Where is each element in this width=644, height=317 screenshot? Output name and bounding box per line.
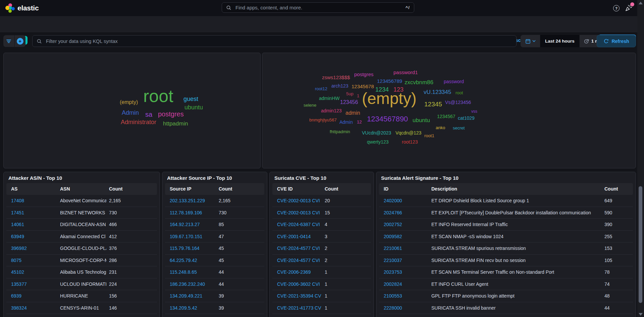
tagcloud-word[interactable]: password1 <box>393 70 418 75</box>
column-header[interactable]: Count <box>109 186 122 192</box>
tagcloud-word[interactable]: 123456789 <box>377 78 402 84</box>
table-cell[interactable]: 2210037 <box>384 258 402 263</box>
column-header[interactable]: Description <box>431 186 457 192</box>
scrollbar-thumb[interactable] <box>639 186 642 303</box>
table-cell[interactable]: CVE-2024-4577 CVI <box>277 258 320 263</box>
tagcloud-word[interactable]: guest <box>183 96 198 102</box>
refresh-button[interactable]: Refresh <box>597 35 636 47</box>
kql-filter-bar[interactable] <box>32 35 517 47</box>
page-scrollbar[interactable] <box>637 0 644 317</box>
table-cell[interactable]: 45102 <box>11 269 24 275</box>
tagcloud-word[interactable]: 5up <box>346 92 354 96</box>
tagcloud-word[interactable]: root123 <box>402 140 418 144</box>
tagcloud-word[interactable]: 1234567890 <box>367 115 408 123</box>
tagcloud-word[interactable]: 12345678 <box>352 84 374 89</box>
table-cell[interactable]: 2002752 <box>384 222 402 227</box>
table-cell[interactable]: 8075 <box>11 258 21 263</box>
global-search[interactable]: ^/ <box>222 2 414 13</box>
tagcloud-word[interactable]: sa <box>145 111 152 118</box>
table-cell[interactable]: CVE-2002-0013 CVI <box>277 210 320 215</box>
tagcloud-word[interactable]: 12 <box>357 120 362 124</box>
table-cell[interactable]: 115.248.8.65 <box>170 269 197 275</box>
scroll-down-arrow[interactable] <box>639 313 643 316</box>
global-search-input[interactable] <box>235 4 406 11</box>
tagcloud-word[interactable]: admin123 <box>321 108 342 113</box>
table-cell[interactable]: 112.78.169.106 <box>170 210 202 215</box>
tagcloud-word[interactable]: fhttpadmin <box>330 129 350 134</box>
table-cell[interactable]: 134.209.5.42 <box>170 305 197 311</box>
table-cell[interactable]: 2023753 <box>384 269 402 275</box>
tagcloud-word[interactable]: Vqcdn@123 <box>395 130 421 135</box>
tagcloud-word[interactable]: password <box>444 79 464 84</box>
table-cell[interactable]: 202.133.251.229 <box>170 198 205 203</box>
time-range-button[interactable]: Last 24 hours <box>540 35 580 47</box>
tagcloud-word[interactable]: root <box>455 91 463 95</box>
table-cell[interactable]: CVE-2006-3602 CVI <box>277 281 320 287</box>
tagcloud-word[interactable]: VUcdn@2023 <box>362 130 391 135</box>
table-cell[interactable]: 2002824 <box>384 281 402 287</box>
table-cell[interactable]: 17451 <box>11 210 24 215</box>
tagcloud-word[interactable]: secret <box>453 126 465 130</box>
table-cell[interactable]: 164.92.213.27 <box>170 222 200 227</box>
tagcloud-word[interactable]: root1 <box>424 134 434 138</box>
table-cell[interactable]: 186.236.232.240 <box>170 281 205 287</box>
column-header[interactable]: Count <box>325 186 338 192</box>
table-cell[interactable]: CVE-2006-2369 <box>277 269 311 275</box>
help-icon[interactable]: ? <box>613 5 620 11</box>
column-header[interactable]: Source IP <box>170 186 192 192</box>
tagcloud-word[interactable]: postgres <box>158 111 184 117</box>
column-header[interactable]: ASN <box>60 186 70 192</box>
tagcloud-word[interactable]: Vs@123456 <box>445 100 471 105</box>
table-cell[interactable]: CVE-2001-0414 <box>277 234 311 239</box>
tagcloud-word[interactable]: arch123 <box>331 84 348 88</box>
filter-icon[interactable] <box>3 35 14 47</box>
table-cell[interactable]: 2210061 <box>384 246 402 251</box>
tagcloud-word[interactable]: root12 <box>315 87 327 91</box>
column-header[interactable]: Count <box>604 186 618 192</box>
tagcloud-word[interactable]: ubuntu <box>413 117 430 123</box>
table-cell[interactable]: 17408 <box>11 198 24 203</box>
calendar-button[interactable] <box>521 35 540 47</box>
tagcloud-word[interactable]: httpadmin <box>163 121 188 126</box>
tagcloud-word[interactable]: bnmghjtyu567 <box>309 118 337 122</box>
column-header[interactable]: ID <box>384 186 388 192</box>
add-filter-button[interactable]: + <box>14 35 26 47</box>
tagcloud-word[interactable]: ubuntu <box>184 104 203 110</box>
table-cell[interactable]: 115.79.76.164 <box>170 246 200 251</box>
tagcloud-word[interactable]: Administrator <box>121 119 156 125</box>
tagcloud-word[interactable]: (empty) <box>362 91 417 107</box>
table-cell[interactable]: 134.209.49.221 <box>170 293 202 299</box>
table-cell[interactable]: CVE-2021-41773 CV <box>277 305 321 311</box>
table-cell[interactable]: 2024766 <box>384 210 402 215</box>
table-cell[interactable]: 2228000 <box>384 305 402 311</box>
column-header[interactable]: CVE ID <box>277 186 293 192</box>
tagcloud-word[interactable]: admin <box>345 110 360 116</box>
table-cell[interactable]: CVE-2002-0013 CVI <box>277 198 320 203</box>
tagcloud-word[interactable]: zxcvbnm86 <box>405 80 433 85</box>
table-cell[interactable]: 14061 <box>11 222 24 227</box>
tagcloud-word[interactable]: Admin <box>122 110 139 116</box>
tagcloud-word[interactable]: (empty) <box>120 100 138 105</box>
tagcloud-word[interactable]: zsws123$$$ <box>322 75 350 80</box>
tagcloud-word[interactable]: qwerty123 <box>367 140 389 144</box>
tagcloud-word[interactable]: 123456 <box>340 100 358 105</box>
table-cell[interactable]: CVE-2024-6387 CVI <box>277 222 320 227</box>
kql-input[interactable] <box>45 38 512 44</box>
scroll-up-arrow[interactable] <box>639 2 643 4</box>
tagcloud-word[interactable]: anko <box>436 125 445 130</box>
tagcloud-word[interactable]: vss <box>471 109 477 113</box>
party-horn-icon[interactable] <box>625 4 633 13</box>
column-header[interactable]: AS <box>11 186 17 192</box>
column-header[interactable]: Count <box>219 186 232 192</box>
table-cell[interactable]: 2402000 <box>384 198 402 203</box>
tagcloud-word[interactable]: Admin <box>339 120 353 124</box>
tagcloud-word[interactable]: selene <box>304 103 316 107</box>
tagcloud-word[interactable]: postgres <box>354 72 374 77</box>
table-cell[interactable]: 64.225.79.42 <box>170 258 197 263</box>
tagcloud-word[interactable]: 1 <box>357 94 359 98</box>
tagcloud-word[interactable]: 1234567 <box>437 114 455 119</box>
table-cell[interactable]: 2009582 <box>384 234 402 239</box>
table-cell[interactable]: CVE-2024-4577 CVI <box>277 246 320 251</box>
table-cell[interactable]: 109.67.170.151 <box>170 234 202 239</box>
tagcloud-word[interactable]: 12345 <box>424 101 442 107</box>
